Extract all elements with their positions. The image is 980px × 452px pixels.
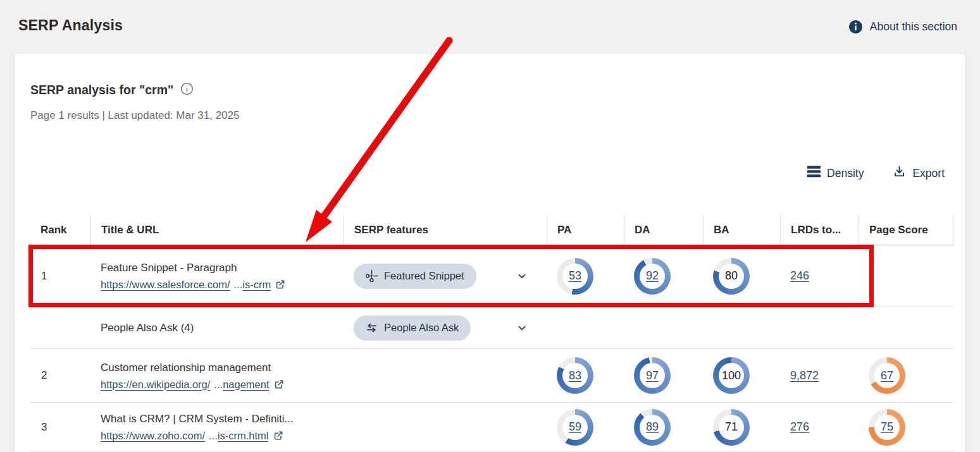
url-link-main[interactable]: https://en.wikipedia.org/ (101, 377, 210, 391)
info-icon[interactable] (180, 82, 194, 98)
table-body: 1Feature Snippet - Paragraphhttps://www.… (30, 245, 953, 452)
external-link-icon[interactable] (273, 431, 283, 441)
page-score-cell: 67 (859, 349, 953, 402)
url-ellipsis: ... (214, 377, 223, 391)
table-row: 3What is CRM? | CRM System - Definiti...… (30, 403, 953, 452)
da-cell: 97 (624, 349, 703, 402)
pa-value[interactable]: 83 (569, 369, 581, 382)
column-header-title-url: Title & URL (90, 215, 344, 245)
column-header-pa: PA (547, 215, 624, 245)
serp-feature-chip: Featured Snippet (354, 264, 476, 289)
page-score-cell (859, 245, 953, 307)
lrds-link[interactable]: 276 (790, 420, 809, 434)
column-header-serp-features: SERP features (344, 215, 547, 245)
chevron-down-icon[interactable] (515, 269, 529, 283)
export-button[interactable]: Export (893, 165, 945, 181)
ba-value: 80 (725, 269, 738, 283)
url-link-main[interactable]: https://www.zoho.com/ (101, 429, 205, 443)
ba-cell: 80 (703, 245, 780, 307)
pa-donut: 53 (557, 258, 593, 295)
about-this-section-link[interactable]: About this section (848, 20, 957, 34)
serp-features-cell (344, 349, 547, 402)
page-score-value[interactable]: 67 (881, 369, 893, 382)
da-value[interactable]: 89 (646, 420, 659, 434)
pa-value[interactable]: 59 (569, 420, 581, 434)
column-header-lrds: LRDs to... (780, 215, 859, 245)
chevron-down-icon[interactable] (515, 321, 529, 335)
column-header-rank: Rank (30, 215, 90, 245)
density-label: Density (827, 167, 864, 180)
url-link-tail[interactable]: is-crm.html (218, 429, 269, 443)
pa-cell: 83 (547, 349, 624, 402)
download-icon (893, 165, 906, 181)
about-this-section-label: About this section (870, 20, 957, 34)
serp-feature-label: Featured Snippet (384, 270, 464, 282)
ba-cell: 100 (703, 349, 780, 402)
da-cell: 89 (624, 403, 703, 451)
card-title: SERP analysis for "crm" (30, 83, 173, 97)
external-link-icon[interactable] (275, 279, 285, 290)
export-label: Export (912, 167, 945, 180)
info-icon (848, 20, 863, 34)
title-url-cell: Feature Snippet - Paragraphhttps://www.s… (90, 245, 344, 307)
result-url: https://www.salesforce.com/...is-crm (101, 278, 285, 291)
lrds-link[interactable]: 246 (790, 269, 809, 283)
title-url-cell: What is CRM? | CRM System - Definiti...h… (90, 403, 344, 451)
page-score-value[interactable]: 75 (881, 420, 893, 434)
pa-donut: 83 (557, 357, 593, 394)
pa-cell: 59 (547, 403, 624, 451)
result-title: What is CRM? | CRM System - Definiti... (101, 412, 294, 427)
da-cell: 92 (624, 245, 703, 307)
result-title: Feature Snippet - Paragraph (101, 260, 237, 276)
result-url: https://en.wikipedia.org/...nagement (101, 377, 284, 391)
density-icon (807, 166, 821, 181)
url-link-tail[interactable]: nagement (223, 377, 269, 391)
serp-analysis-screen: SERP Analysis About this section SERP an… (0, 0, 980, 452)
lrds-cell: 9,872 (780, 349, 859, 402)
pa-value[interactable]: 53 (569, 269, 581, 283)
column-header-page-score: Page Score (859, 215, 953, 245)
lrds-link[interactable]: 9,872 (790, 369, 819, 382)
rank-cell: 3 (30, 403, 90, 451)
da-value[interactable]: 97 (646, 369, 659, 382)
card-subtitle: Page 1 results | Last updated: Mar 31, 2… (30, 109, 239, 122)
result-url: https://www.zoho.com/...is-crm.html (101, 429, 283, 443)
swap-arrows-icon (366, 322, 378, 334)
da-donut: 97 (634, 357, 671, 394)
lrds-cell: 246 (780, 245, 859, 307)
table-row: 2Customer relationship managementhttps:/… (30, 349, 953, 403)
pa-donut: 59 (557, 409, 593, 446)
page-score-donut: 75 (869, 409, 905, 446)
serp-features-cell (344, 403, 547, 451)
title-url-cell: People Also Ask (4) (90, 307, 344, 348)
rank-cell: 1 (30, 245, 90, 307)
column-header-ba: BA (703, 215, 780, 245)
density-button[interactable]: Density (807, 166, 864, 181)
url-link-tail[interactable]: is-crm (242, 278, 271, 291)
da-donut: 92 (634, 258, 671, 295)
table-header-row: RankTitle & URLSERP featuresPADABALRDs t… (30, 215, 953, 245)
column-header-da: DA (624, 215, 703, 245)
lrds-cell: 276 (780, 403, 859, 451)
external-link-icon[interactable] (274, 379, 284, 389)
rank-cell (30, 307, 90, 348)
serp-feature-chip: People Also Ask (354, 315, 471, 341)
serp-results-table: RankTitle & URLSERP featuresPADABALRDs t… (30, 215, 953, 452)
lrds-cell (780, 307, 859, 348)
da-cell (624, 307, 703, 348)
serp-features-cell: People Also Ask (344, 307, 547, 348)
serp-feature-label: People Also Ask (384, 322, 459, 334)
table-toolbar: Density Export (807, 165, 945, 181)
pa-cell: 53 (547, 245, 624, 307)
result-title: Customer relationship management (101, 360, 271, 376)
ba-value: 71 (725, 420, 738, 434)
result-title: People Also Ask (4) (101, 321, 194, 336)
ba-donut: 71 (713, 409, 750, 446)
title-url-cell: Customer relationship managementhttps://… (90, 349, 344, 402)
da-donut: 89 (634, 409, 671, 446)
url-ellipsis: ... (209, 429, 218, 443)
serp-analysis-card: SERP analysis for "crm" Page 1 results |… (15, 54, 965, 452)
da-value[interactable]: 92 (646, 269, 659, 283)
url-link-main[interactable]: https://www.salesforce.com/ (101, 278, 230, 291)
page-score-donut: 67 (869, 357, 905, 394)
